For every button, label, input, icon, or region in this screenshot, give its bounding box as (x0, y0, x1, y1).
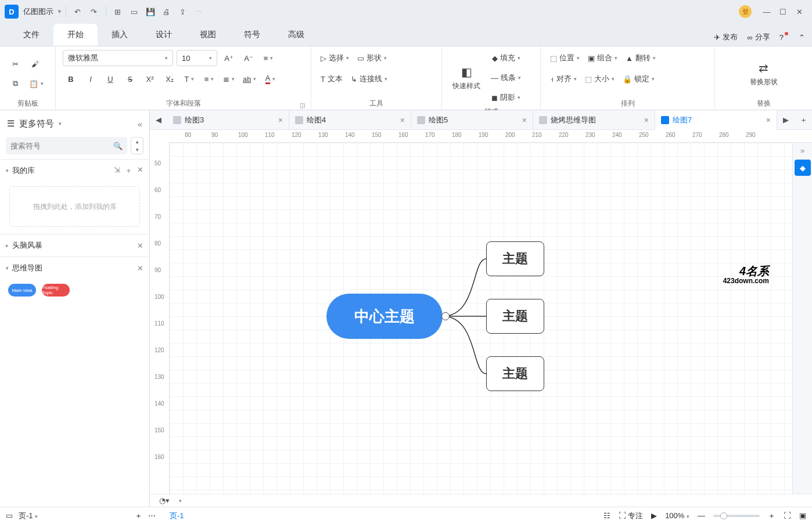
node-handle-icon[interactable] (441, 312, 450, 320)
mindmap-subnode-2[interactable]: 主题 (486, 299, 544, 334)
replace-shape-button[interactable]: ⇄替换形状 (746, 53, 781, 94)
close-tab-icon[interactable]: × (522, 115, 527, 125)
select-tool[interactable]: ▷ 选择▾ (318, 50, 351, 66)
format-painter-icon[interactable]: 🖌 (27, 56, 43, 72)
layers-icon[interactable]: ☷ (603, 511, 610, 520)
fit-page-icon[interactable]: ⛶ (784, 511, 791, 520)
help-button[interactable]: ? (779, 33, 789, 42)
new-tab-icon[interactable]: ＋ (795, 110, 812, 130)
export-lib-icon[interactable]: ⇲ (114, 165, 120, 176)
focus-mode-button[interactable]: ⛶ 专注 (619, 511, 644, 521)
cut-icon[interactable]: ✂ (7, 56, 23, 72)
app-menu-caret[interactable]: ▼ (57, 9, 62, 15)
expand-right-icon[interactable]: » (800, 146, 804, 155)
highlight-icon[interactable]: ab▾ (240, 71, 258, 87)
superscript-icon[interactable]: X² (142, 71, 158, 87)
export-icon[interactable]: ⇪ (175, 3, 191, 20)
copy-icon[interactable]: ⧉ (7, 75, 23, 92)
paste-icon[interactable]: 📋▾ (27, 75, 46, 92)
window-minimize-icon[interactable]: — (759, 3, 775, 20)
subscript-icon[interactable]: X₂ (161, 71, 178, 87)
align-button[interactable]: ⫞ 对齐▾ (548, 71, 579, 87)
line-spacing-icon[interactable]: ≡▾ (201, 71, 217, 87)
active-page-label[interactable]: 页-1 (170, 511, 184, 521)
page-selector[interactable]: 页-1 ▾ (19, 511, 38, 521)
redo-icon[interactable]: ↷ (86, 3, 102, 20)
print-icon[interactable]: 🖨 (159, 3, 175, 20)
add-page-icon[interactable]: ＋ (135, 511, 142, 521)
mindmap-subnode-1[interactable]: 主题 (486, 241, 544, 276)
tab-view[interactable]: 视图 (186, 24, 230, 46)
lock-button[interactable]: 🔒 锁定▾ (620, 71, 657, 87)
strike-icon[interactable]: S̶ (122, 71, 138, 87)
fullscreen-icon[interactable]: ▣ (799, 511, 806, 520)
window-maximize-icon[interactable]: ☐ (775, 3, 791, 20)
tab-file[interactable]: 文件 (9, 24, 53, 46)
font-family-combo[interactable]: 微软雅黑▾ (63, 50, 173, 66)
italic-icon[interactable]: I (82, 71, 99, 87)
window-close-icon[interactable]: ✕ (791, 3, 807, 20)
doctab-3[interactable]: 烧烤思维导图× (533, 110, 655, 130)
zoom-slider[interactable] (713, 515, 760, 517)
underline-icon[interactable]: U (102, 71, 118, 87)
case-icon[interactable]: T▾ (181, 71, 197, 87)
mindmap-subnode-3[interactable]: 主题 (486, 356, 544, 391)
search-icon[interactable]: 🔍 (113, 142, 123, 150)
publish-button[interactable]: ✈发布 (714, 32, 738, 42)
collapse-ribbon-icon[interactable]: ⌃ (799, 33, 805, 42)
shape-tool[interactable]: ▭ 形状▾ (355, 50, 389, 66)
bold-icon[interactable]: B (63, 71, 79, 87)
sidebar-title-caret[interactable]: ▾ (59, 121, 62, 127)
section-mylib[interactable]: ▾我的库 ⇲＋✕ (0, 160, 149, 182)
close-brainstorm-icon[interactable]: ✕ (137, 241, 143, 250)
page-menu-icon[interactable]: ⋯ (148, 511, 156, 520)
pages-panel-icon[interactable]: ▭ (6, 511, 13, 520)
doctab-0[interactable]: 绘图3× (167, 110, 289, 130)
more-colors-icon[interactable]: ▾ (179, 498, 182, 504)
quick-style-button[interactable]: ◧快速样式 (449, 57, 484, 98)
tab-symbol[interactable]: 符号 (230, 24, 274, 46)
doctab-2[interactable]: 绘图5× (411, 110, 533, 130)
group-button[interactable]: ▣ 组合▾ (585, 50, 620, 66)
user-avatar[interactable]: 登 (739, 5, 752, 18)
font-color-icon[interactable]: A▾ (262, 71, 278, 87)
tab-scroll-left-icon[interactable]: ◀ (150, 110, 167, 130)
canvas[interactable]: 中心主题 主题 主题 主题 4名系423down.com (170, 143, 792, 494)
scroll-up-icon[interactable]: ▴ (131, 138, 143, 146)
collapse-sidebar-icon[interactable]: « (138, 119, 142, 129)
close-mindmap-icon[interactable]: ✕ (137, 264, 143, 273)
text-tool[interactable]: T 文本 (318, 71, 345, 87)
close-lib-icon[interactable]: ✕ (137, 165, 143, 176)
align-icon[interactable]: ≡▾ (260, 50, 276, 66)
tab-insert[interactable]: 插入 (98, 24, 142, 46)
mindmap-thumb-main[interactable]: Main Idea (8, 284, 36, 297)
new-file-icon[interactable]: ⊞ (110, 3, 126, 20)
qat-more-icon[interactable]: ⋯ (191, 3, 207, 20)
undo-icon[interactable]: ↶ (70, 3, 86, 20)
tab-start[interactable]: 开始 (53, 24, 98, 46)
mindmap-center-node[interactable]: 中心主题 (326, 294, 443, 339)
close-tab-icon[interactable]: × (400, 115, 405, 125)
flip-button[interactable]: ▲ 翻转▾ (623, 50, 658, 66)
font-dialog-launcher-icon[interactable]: ◲ (300, 102, 305, 109)
zoom-in-icon[interactable]: ＋ (768, 511, 775, 521)
mindmap-thumb-float[interactable]: Floating Topic (42, 284, 70, 297)
format-panel-icon[interactable]: ◆ (795, 160, 811, 176)
close-tab-icon[interactable]: × (278, 115, 283, 125)
present-icon[interactable]: ▶ (651, 511, 657, 520)
tab-scroll-right-icon[interactable]: ▶ (777, 110, 795, 130)
position-button[interactable]: ⬚ 位置▾ (548, 50, 582, 66)
font-increase-icon[interactable]: A⁺ (221, 50, 237, 66)
doctab-4[interactable]: 绘图7× (655, 110, 777, 130)
share-button[interactable]: ∞分享 (747, 32, 770, 42)
font-size-combo[interactable]: 10▾ (177, 50, 217, 66)
fill-button[interactable]: ◆ 填充▾ (488, 50, 523, 66)
eyedropper-icon[interactable]: ◔▾ (159, 496, 170, 505)
connector-tool[interactable]: ↳ 连接线▾ (348, 71, 390, 87)
tab-advanced[interactable]: 高级 (274, 24, 318, 46)
zoom-out-icon[interactable]: — (698, 511, 705, 520)
close-tab-icon[interactable]: × (644, 115, 649, 125)
line-button[interactable]: — 线条▾ (488, 70, 523, 86)
open-folder-icon[interactable]: ▭ (126, 3, 142, 20)
section-mindmap[interactable]: ▾思维导图 ✕ (0, 257, 149, 279)
